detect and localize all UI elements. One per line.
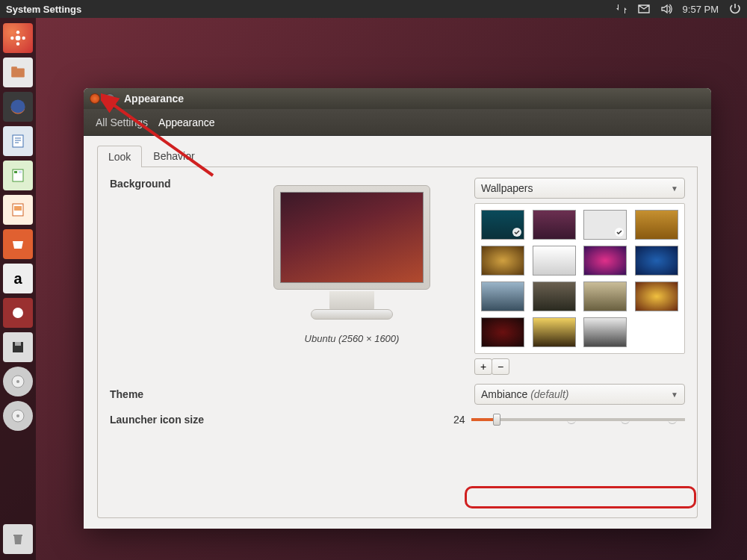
wallpaper-thumb[interactable] (533, 281, 576, 311)
volume-icon[interactable] (660, 3, 672, 15)
wallpaper-thumb[interactable] (583, 246, 627, 276)
wallpaper-source-dropdown[interactable]: Wallpapers ▼ (474, 178, 685, 199)
background-heading: Background (110, 178, 229, 190)
theme-heading: Theme (110, 388, 474, 400)
svg-point-20 (16, 380, 19, 383)
window-minimize-button[interactable] (105, 93, 115, 104)
add-wallpaper-button[interactable]: + (474, 358, 492, 375)
launcher-floppy-icon[interactable] (3, 332, 33, 362)
wallpaper-thumb[interactable] (533, 246, 576, 276)
monitor-icon (273, 185, 430, 290)
svg-point-2 (22, 37, 25, 40)
wallpaper-thumb[interactable] (533, 210, 576, 240)
wallpaper-preview: Ubuntu (2560 × 1600) (229, 178, 474, 375)
launcher-trash-icon[interactable] (3, 524, 33, 554)
launcher-size-heading: Launcher icon size (110, 414, 453, 426)
launcher-firefox-icon[interactable] (3, 92, 33, 122)
launcher-amazon-icon[interactable]: a (3, 264, 33, 293)
wallpaper-thumb[interactable] (635, 246, 678, 276)
wallpaper-thumb[interactable] (533, 317, 576, 347)
top-panel: System Settings 9:57 PM (0, 0, 747, 18)
svg-rect-13 (14, 171, 17, 173)
appearance-window: Appearance All Settings Appearance Look … (84, 88, 711, 529)
wallpaper-thumb[interactable] (583, 317, 627, 347)
launcher-impress-icon[interactable] (3, 195, 33, 225)
wallpaper-thumb[interactable] (583, 281, 627, 311)
breadcrumb-bar: All Settings Appearance (84, 109, 711, 136)
launcher-disc2-icon[interactable] (3, 401, 33, 431)
wallpaper-thumb[interactable] (481, 281, 524, 311)
slider-knob[interactable] (493, 414, 500, 426)
wallpaper-thumb[interactable] (481, 246, 524, 276)
svg-point-0 (16, 36, 21, 41)
launcher-writer-icon[interactable] (3, 126, 33, 156)
tab-pane-look: Background Ubuntu (2560 × 1600) Wallpape… (97, 167, 698, 518)
launcher-dash-icon[interactable] (3, 23, 33, 53)
launcher-size-slider[interactable]: 24 (453, 414, 685, 426)
svg-rect-14 (19, 171, 22, 173)
network-icon[interactable] (616, 3, 627, 15)
wallpaper-caption: Ubuntu (2560 × 1600) (229, 333, 474, 344)
tab-look[interactable]: Look (97, 146, 142, 167)
svg-point-22 (16, 414, 19, 417)
svg-rect-6 (11, 66, 17, 69)
launcher-size-value: 24 (453, 414, 465, 426)
launcher-calc-icon[interactable] (3, 161, 33, 190)
window-title: Appearance (124, 93, 184, 105)
wallpaper-thumb[interactable] (481, 317, 524, 347)
svg-point-4 (10, 37, 13, 40)
wallpaper-thumb[interactable] (635, 210, 678, 240)
svg-rect-18 (15, 342, 21, 346)
tabs: Look Behavior (97, 145, 698, 167)
wallpaper-gallery (474, 203, 685, 354)
clock-text[interactable]: 9:57 PM (683, 4, 719, 15)
theme-default-suffix: (default) (530, 388, 568, 400)
theme-dropdown[interactable]: Ambiance (default) ▼ (474, 384, 685, 405)
wallpaper-thumb[interactable] (635, 281, 678, 311)
svg-point-3 (16, 43, 19, 46)
launcher-disc1-icon[interactable] (3, 367, 33, 396)
launcher-bar: a (0, 18, 36, 560)
svg-rect-5 (11, 69, 25, 78)
launcher-software-icon[interactable] (3, 229, 33, 259)
breadcrumb-all-settings[interactable]: All Settings (96, 116, 148, 128)
svg-rect-8 (13, 135, 23, 147)
tab-behavior[interactable]: Behavior (142, 145, 205, 167)
panel-app-title: System Settings (6, 4, 81, 15)
slider-track[interactable] (471, 418, 685, 421)
chevron-down-icon: ▼ (671, 184, 678, 193)
chevron-down-icon: ▼ (671, 391, 678, 399)
svg-rect-16 (14, 206, 22, 211)
remove-wallpaper-button[interactable]: − (492, 358, 509, 375)
theme-value: Ambiance (481, 388, 527, 400)
wallpaper-thumb[interactable] (481, 210, 524, 240)
annotation-highlight-box (465, 486, 696, 508)
launcher-files-icon[interactable] (3, 57, 33, 87)
wallpaper-thumb[interactable] (583, 210, 627, 240)
launcher-settings-icon[interactable] (3, 298, 33, 328)
window-close-button[interactable] (90, 93, 100, 104)
wallpaper-source-label: Wallpapers (481, 182, 533, 194)
mail-icon[interactable] (638, 3, 650, 15)
breadcrumb-current[interactable]: Appearance (158, 116, 215, 128)
window-titlebar[interactable]: Appearance (84, 88, 711, 109)
power-icon[interactable] (729, 3, 741, 15)
svg-point-1 (16, 31, 19, 34)
